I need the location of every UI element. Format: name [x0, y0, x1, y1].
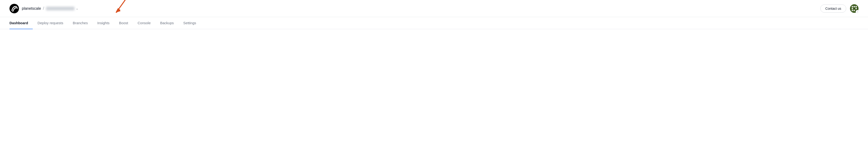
avatar-dot: [854, 6, 855, 7]
breadcrumb-separator: /: [43, 6, 44, 11]
user-avatar-button[interactable]: ⌄: [850, 4, 859, 13]
contact-us-button[interactable]: Contact us: [820, 4, 846, 12]
avatar-dot: [851, 8, 853, 9]
org-name-blurred: [46, 7, 74, 10]
tab-console[interactable]: Console: [133, 17, 155, 29]
tab-deploy-requests[interactable]: Deploy requests: [33, 17, 68, 29]
avatar-dot: [856, 8, 857, 9]
avatar-dot: [851, 10, 853, 11]
breadcrumb: planetscale / ⌄: [22, 6, 78, 11]
planetscale-logo[interactable]: [9, 4, 19, 13]
tab-branches[interactable]: Branches: [68, 17, 92, 29]
avatar-dot: [856, 6, 857, 7]
tab-dashboard[interactable]: Dashboard: [9, 17, 33, 29]
org-selector[interactable]: ⌄: [46, 7, 78, 10]
nav-area: Dashboard Deploy requests Branches Insig…: [0, 17, 868, 29]
brand-name[interactable]: planetscale: [22, 6, 41, 11]
avatar-caret-icon: ⌄: [856, 10, 859, 13]
chevron-down-icon: ⌄: [76, 7, 78, 10]
header-right: Contact us ⌄: [820, 4, 859, 13]
tab-backups[interactable]: Backups: [155, 17, 179, 29]
nav-tabs: Dashboard Deploy requests Branches Insig…: [0, 17, 868, 29]
avatar-dot: [854, 10, 855, 11]
avatar-dot: [851, 6, 853, 7]
top-header: planetscale / ⌄ Contact us ⌄: [0, 0, 868, 17]
tab-settings[interactable]: Settings: [179, 17, 201, 29]
tab-boost[interactable]: Boost: [114, 17, 133, 29]
avatar-dot: [854, 8, 855, 9]
header-left: planetscale / ⌄: [9, 4, 78, 13]
tab-insights[interactable]: Insights: [92, 17, 114, 29]
